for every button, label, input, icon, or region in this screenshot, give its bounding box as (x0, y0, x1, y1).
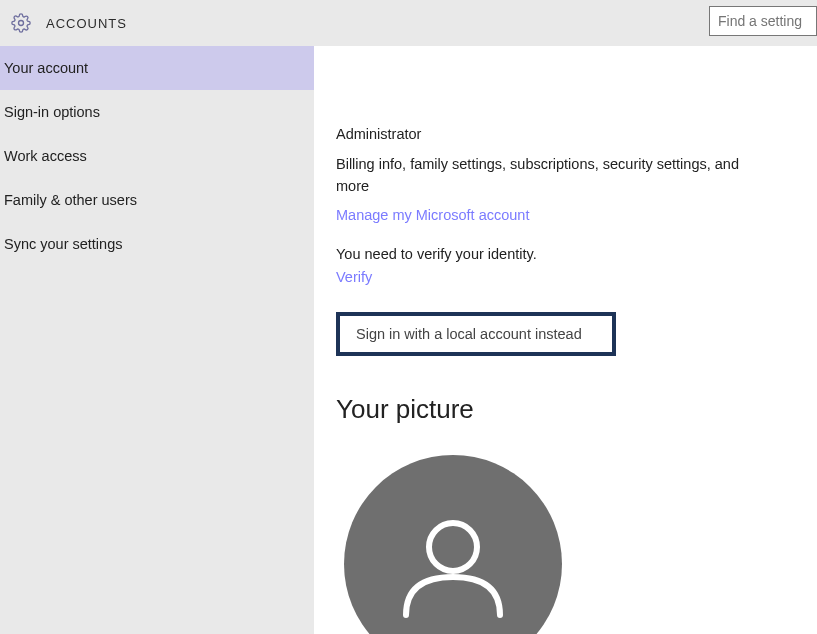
sidebar-item-label: Work access (4, 148, 87, 164)
account-role: Administrator (336, 126, 766, 142)
account-info: Administrator Billing info, family setti… (336, 46, 766, 356)
gear-icon[interactable] (10, 12, 32, 34)
sidebar-item-signin-options[interactable]: Sign-in options (0, 90, 314, 134)
header: ACCOUNTS (0, 0, 817, 46)
sidebar-item-sync-settings[interactable]: Sync your settings (0, 222, 314, 266)
user-icon (344, 455, 562, 635)
body: Your account Sign-in options Work access… (0, 46, 817, 634)
search-input[interactable] (709, 6, 817, 36)
avatar (344, 455, 817, 635)
account-description: Billing info, family settings, subscript… (336, 154, 766, 198)
signin-local-label: Sign in with a local account instead (356, 326, 582, 342)
svg-point-0 (19, 21, 24, 26)
sidebar-item-label: Your account (4, 60, 88, 76)
svg-point-1 (344, 455, 562, 635)
sidebar-item-family-users[interactable]: Family & other users (0, 178, 314, 222)
verify-link[interactable]: Verify (336, 269, 372, 285)
verify-text: You need to verify your identity. (336, 246, 766, 262)
sidebar-item-label: Family & other users (4, 192, 137, 208)
sidebar-item-work-access[interactable]: Work access (0, 134, 314, 178)
verify-block: You need to verify your identity. Verify (336, 246, 766, 286)
page-title: ACCOUNTS (46, 16, 127, 31)
sidebar-item-label: Sign-in options (4, 104, 100, 120)
sidebar: Your account Sign-in options Work access… (0, 46, 314, 634)
main-content: Administrator Billing info, family setti… (314, 46, 817, 634)
sidebar-item-your-account[interactable]: Your account (0, 46, 314, 90)
sidebar-item-label: Sync your settings (4, 236, 122, 252)
manage-account-link[interactable]: Manage my Microsoft account (336, 207, 529, 223)
picture-heading: Your picture (336, 394, 817, 425)
signin-local-button[interactable]: Sign in with a local account instead (336, 312, 616, 356)
